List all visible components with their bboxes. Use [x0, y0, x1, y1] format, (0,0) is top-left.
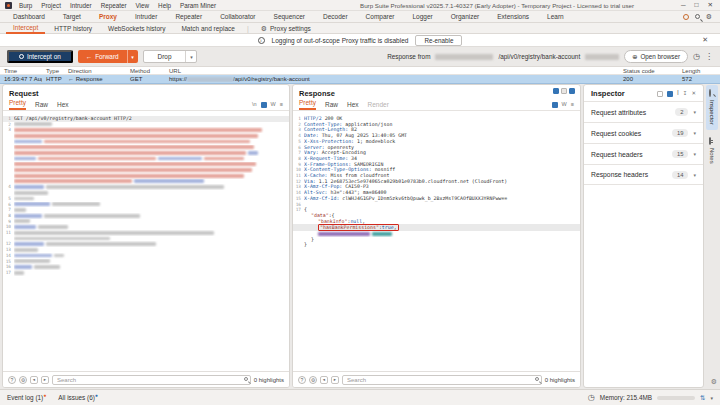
line-content: X-Amz-Cf-Id: clWHJ4G1GPv_IDnm5zkv6tbQpuw…: [304, 196, 580, 202]
dock-right-icon[interactable]: [667, 91, 673, 97]
maximize-icon[interactable]: □: [695, 1, 699, 9]
minimize-icon[interactable]: ─: [681, 1, 686, 9]
menu-item-intruder[interactable]: Intruder: [70, 2, 92, 9]
tab-organizer[interactable]: Organizer: [442, 11, 489, 22]
subtab-proxy-settings[interactable]: ⚙Proxy settings: [254, 23, 318, 34]
tab-extensions[interactable]: Extensions: [488, 11, 538, 22]
response-tab-hex[interactable]: Hex: [347, 101, 359, 110]
menu-item-burp[interactable]: Burp: [19, 2, 32, 9]
subtab-match-and-replace[interactable]: Match and replace: [174, 23, 241, 34]
column-header-url[interactable]: URL: [165, 68, 619, 74]
inspector-section-response-headers[interactable]: Response headers14▾: [584, 164, 703, 185]
forward-dropdown-icon[interactable]: ▾: [127, 50, 138, 63]
open-browser-button[interactable]: ⊕ Open browser: [624, 50, 688, 63]
column-header-direction[interactable]: Direction: [64, 68, 126, 74]
settings-gear-icon[interactable]: ⚙: [706, 13, 712, 20]
help-icon[interactable]: ?: [8, 376, 16, 384]
layout-rows-icon[interactable]: [561, 88, 567, 94]
inspector-section-request-attributes[interactable]: Request attributes2▾: [584, 101, 703, 122]
history-clock-icon[interactable]: ◷: [693, 53, 700, 61]
request-tab-hex[interactable]: Hex: [57, 101, 69, 110]
syntax-colors-icon[interactable]: [552, 102, 558, 108]
side-tab-inspector[interactable]: Inspector: [706, 85, 718, 130]
word-wrap-icon[interactable]: W: [562, 102, 567, 108]
tab-intruder[interactable]: Intruder: [126, 11, 166, 22]
column-header-method[interactable]: Method: [126, 68, 165, 74]
column-header-length[interactable]: Length: [678, 68, 714, 74]
subtab-websockets-history[interactable]: WebSockets history: [101, 23, 172, 34]
redacted-text: [38, 225, 68, 229]
editor-menu-icon[interactable]: ≡: [280, 102, 283, 108]
tab-collaborator[interactable]: Collaborator: [211, 11, 264, 22]
dock-left-icon[interactable]: [657, 91, 663, 97]
prev-match-icon[interactable]: ◂: [30, 376, 38, 384]
intercept-toggle-button[interactable]: Intercept on: [7, 50, 73, 63]
tab-logger[interactable]: Logger: [403, 11, 441, 22]
column-header-status-code[interactable]: Status code: [619, 68, 678, 74]
close-icon[interactable]: ✕: [708, 1, 713, 9]
notification-close-icon[interactable]: ✕: [702, 36, 708, 44]
re-enable-button[interactable]: Re-enable: [415, 35, 462, 46]
line-number: 11: [3, 230, 14, 236]
column-header-time[interactable]: Time: [0, 68, 42, 74]
menu-item-project[interactable]: Project: [41, 2, 61, 9]
tab-learn[interactable]: Learn: [538, 11, 573, 22]
more-options-icon[interactable]: ⋮: [705, 53, 713, 61]
tab-decoder[interactable]: Decoder: [314, 11, 357, 22]
menu-item-param-miner[interactable]: Param Miner: [180, 2, 216, 9]
request-editor[interactable]: 1GET /api/v0/registry/bank-account HTTP/…: [3, 116, 289, 370]
subtab-intercept[interactable]: Intercept: [6, 23, 45, 34]
column-header-type[interactable]: Type: [42, 68, 64, 74]
inspector-close-icon[interactable]: ✕: [691, 91, 696, 97]
request-tab-pretty[interactable]: Pretty: [9, 99, 26, 110]
resize-icon[interactable]: ⇅: [700, 394, 705, 402]
section-count-badge: 19: [672, 129, 688, 137]
side-tab-notes[interactable]: Notes: [706, 133, 718, 169]
subtab-label: HTTP history: [54, 25, 92, 32]
request-tab-raw[interactable]: Raw: [35, 101, 48, 110]
response-highlights-count: 0 highlights: [545, 377, 575, 383]
response-tab-pretty[interactable]: Pretty: [299, 99, 316, 110]
menu-item-repeater[interactable]: Repeater: [101, 2, 127, 9]
update-icon[interactable]: [683, 14, 689, 20]
layout-tabs-icon[interactable]: [569, 88, 575, 94]
next-match-icon[interactable]: ▸: [331, 376, 339, 384]
all-issues-link[interactable]: All issues (6)●: [58, 394, 98, 401]
text-cursor-icon[interactable]: I: [677, 90, 679, 97]
drop-button[interactable]: Drop ▾: [143, 50, 198, 63]
tab-target[interactable]: Target: [54, 11, 90, 22]
response-tab-render[interactable]: Render: [368, 101, 389, 110]
newline-toggle-icon[interactable]: \n: [252, 102, 257, 108]
search-settings-icon[interactable]: ⚙: [19, 376, 27, 384]
search-icon[interactable]: [695, 14, 700, 19]
tab-proxy[interactable]: Proxy: [90, 11, 126, 22]
forward-button[interactable]: ←Forward ▾: [78, 50, 138, 63]
request-search-input[interactable]: [52, 375, 251, 385]
menu-item-help[interactable]: Help: [158, 2, 171, 9]
response-editor[interactable]: 1HTTP/2 200 OK2Content-Type: application…: [293, 116, 580, 370]
inspector-section-request-headers[interactable]: Request headers15▾: [584, 143, 703, 164]
panel-settings-gear-icon[interactable]: ⚙: [711, 378, 717, 386]
menu-item-view[interactable]: View: [136, 2, 150, 9]
response-tab-raw[interactable]: Raw: [325, 101, 338, 110]
help-icon[interactable]: ?: [298, 376, 306, 384]
statusbar-chevron-icon[interactable]: ▾: [710, 395, 713, 401]
tab-sequencer[interactable]: Sequencer: [265, 11, 314, 22]
layout-columns-icon[interactable]: [553, 88, 559, 94]
subtab-http-history[interactable]: HTTP history: [47, 23, 99, 34]
tab-dashboard[interactable]: Dashboard: [4, 11, 54, 22]
tab-comparer[interactable]: Comparer: [357, 11, 404, 22]
response-search-input[interactable]: [342, 375, 542, 385]
next-match-icon[interactable]: ▸: [41, 376, 49, 384]
drop-dropdown-icon[interactable]: ▾: [185, 51, 196, 62]
search-settings-icon[interactable]: ⚙: [309, 376, 317, 384]
tab-repeater[interactable]: Repeater: [166, 11, 211, 22]
editor-menu-icon[interactable]: ≡: [571, 102, 574, 108]
syntax-colors-icon[interactable]: [261, 102, 267, 108]
collapse-icon[interactable]: ↧: [683, 91, 688, 97]
prev-match-icon[interactable]: ◂: [320, 376, 328, 384]
word-wrap-icon[interactable]: W: [271, 102, 276, 108]
table-row[interactable]: 16:39:47 7 Aug 2...HTTP← ResponseGEThttp…: [0, 75, 720, 84]
inspector-section-request-cookies[interactable]: Request cookies19▾: [584, 122, 703, 143]
event-log-link[interactable]: Event log (1)●: [7, 394, 46, 401]
